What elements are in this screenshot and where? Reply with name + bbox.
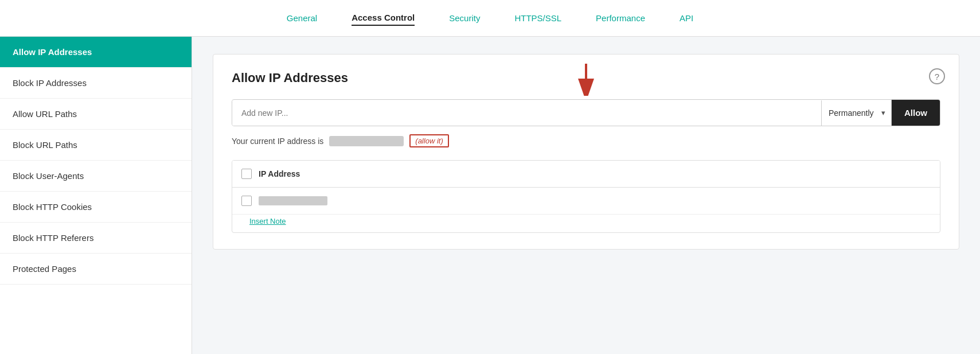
sidebar: Allow IP Addresses Block IP Addresses Al… — [0, 37, 192, 354]
main-layout: Allow IP Addresses Block IP Addresses Al… — [0, 37, 980, 354]
ip-table: IP Address Insert Note — [232, 160, 940, 233]
duration-select[interactable]: Permanently — [821, 100, 891, 126]
sidebar-item-protected-pages[interactable]: Protected Pages — [0, 254, 192, 285]
ip-table-header: IP Address — [232, 161, 940, 188]
sidebar-item-block-http-cookies[interactable]: Block HTTP Cookies — [0, 192, 192, 223]
ip-blurred-value — [329, 136, 404, 146]
nav-https-ssl[interactable]: HTTPS/SSL — [514, 11, 561, 25]
nav-access-control[interactable]: Access Control — [352, 10, 415, 26]
nav-performance[interactable]: Performance — [596, 11, 645, 25]
sidebar-item-allow-ip[interactable]: Allow IP Addresses — [0, 37, 192, 68]
sidebar-item-block-http-referers[interactable]: Block HTTP Referers — [0, 223, 192, 254]
header-checkbox[interactable] — [241, 169, 252, 179]
insert-note-link[interactable]: Insert Note — [249, 217, 940, 232]
duration-select-wrapper: Permanently — [821, 100, 891, 126]
nav-general[interactable]: General — [287, 11, 317, 25]
sidebar-item-block-ip[interactable]: Block IP Addresses — [0, 68, 192, 99]
input-row-wrapper: Permanently Allow — [232, 99, 940, 126]
row-ip-value — [259, 196, 327, 205]
table-row-1 — [232, 188, 940, 215]
content-area: ? Allow IP Addresses — [192, 37, 980, 354]
ip-address-input[interactable] — [232, 100, 821, 126]
allow-it-button[interactable]: (allow it) — [409, 134, 448, 147]
top-nav: General Access Control Security HTTPS/SS… — [0, 0, 980, 37]
allow-button[interactable]: Allow — [891, 100, 940, 126]
row-checkbox[interactable] — [241, 196, 252, 206]
content-card: ? Allow IP Addresses — [213, 54, 959, 250]
nav-security[interactable]: Security — [449, 11, 480, 25]
sidebar-item-allow-url[interactable]: Allow URL Paths — [0, 99, 192, 130]
sidebar-item-block-url[interactable]: Block URL Paths — [0, 130, 192, 161]
current-ip-text: Your current IP address is — [232, 137, 323, 146]
nav-api[interactable]: API — [680, 11, 693, 25]
page-title: Allow IP Addresses — [232, 71, 940, 85]
ip-input-row: Permanently Allow — [232, 99, 940, 126]
current-ip-row: Your current IP address is (allow it) — [232, 134, 940, 147]
help-icon[interactable]: ? — [929, 68, 945, 84]
ip-column-header: IP Address — [259, 169, 300, 178]
sidebar-item-block-user-agents[interactable]: Block User-Agents — [0, 161, 192, 192]
